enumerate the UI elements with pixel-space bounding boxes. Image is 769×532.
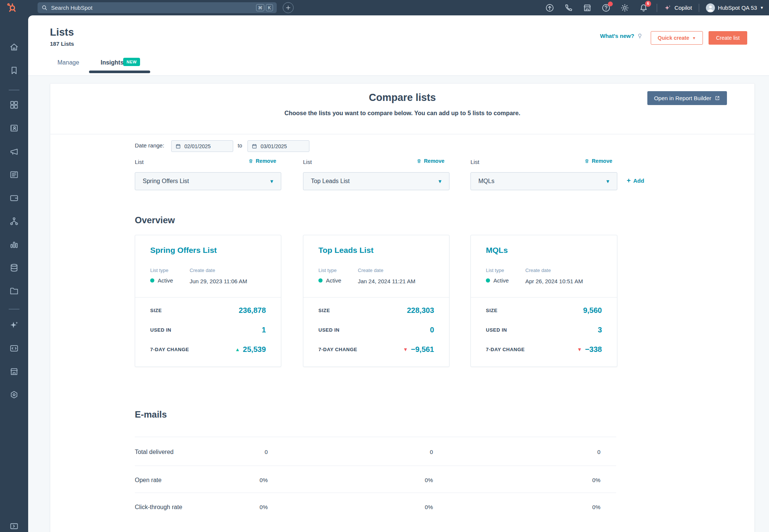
quick-create-button[interactable]: Quick create ▼ [651,31,703,45]
create-list-button[interactable]: Create list [709,31,747,45]
list-label: List [135,159,143,165]
section-divider [50,134,754,134]
help-icon[interactable] [601,3,611,13]
search-shortcut: ⌘ K [256,4,273,11]
sidebar-item-home[interactable] [9,42,19,52]
overview-card-mqls: MQLs List type Create date Active Apr 26… [470,235,617,367]
size-stat-row: SIZE 236,878 [150,306,266,315]
status-badge: Active [486,277,509,284]
list-select-1[interactable]: Spring Offers List ▼ [135,172,281,190]
external-link-icon [715,95,720,101]
marketplace-icon[interactable] [582,3,592,13]
copilot-sparkle-icon [664,4,671,12]
sidebar-item-commerce[interactable] [9,193,19,203]
copilot-button[interactable]: Copilot [664,4,692,12]
page-title: Lists [50,27,74,38]
overview-card-top-leads: Top Leads List List type Create date Act… [303,235,449,367]
remove-list-3-button[interactable]: Remove [584,158,612,164]
table-row-click-through-rate: Click-through rate 0% 0% 0% [135,503,616,512]
card-divider [471,297,617,298]
size-stat-row: SIZE 9,560 [486,306,602,315]
sidebar-item-marketplace[interactable] [9,367,19,377]
date-from-field[interactable] [171,140,233,152]
list-type-label: List type [150,268,168,273]
sidebar-item-content[interactable] [9,170,19,180]
sidebar-navigation [0,15,28,532]
sidebar-item-developer-tools[interactable] [9,343,19,353]
help-badge [608,2,613,6]
trend-down-icon: ▼ [403,347,408,352]
overview-card-spring-offers: Spring Offers List List type Create date… [135,235,281,367]
topbar-divider [657,4,657,12]
sidebar-divider [9,90,20,90]
date-to-input[interactable] [261,143,305,149]
whats-new-link[interactable]: What's new? [600,33,643,39]
card-list-name-link[interactable]: Top Leads List [318,246,374,255]
settings-icon[interactable] [620,3,630,13]
compare-subtitle: Choose the lists you want to compare bel… [50,110,754,117]
change-stat-row: 7-DAY CHANGE ▲ 25,539 [150,345,266,354]
account-menu[interactable]: HubSpot QA 53 ▼ [706,3,764,12]
tab-manage[interactable]: Manage [57,59,79,66]
active-status-dot [486,278,490,283]
top-navigation-bar: ⌘ K 6 [0,0,769,15]
chevron-down-icon: ▼ [605,179,610,184]
notifications-badge: 6 [645,1,651,7]
hubspot-logo-icon[interactable] [6,2,17,14]
topbar-divider [699,4,699,12]
notifications-icon[interactable]: 6 [639,3,648,13]
list-label: List [303,159,312,165]
table-row-open-rate: Open rate 0% 0% 0% [135,476,616,485]
sidebar-item-automations[interactable] [9,216,19,226]
copilot-label: Copilot [674,5,692,11]
calendar-icon [175,143,181,149]
date-from-input[interactable] [184,143,229,149]
global-search[interactable]: ⌘ K [38,2,277,13]
list-label: List [470,159,479,165]
sidebar-item-data-management[interactable] [9,263,19,273]
sidebar-item-marketing[interactable] [9,146,19,156]
search-icon [41,5,48,11]
sidebar-item-crm-contacts[interactable] [9,123,19,133]
sidebar-item-workspaces[interactable] [9,100,19,110]
main-content: Lists 187 Lists What's new? Quick create… [28,15,769,532]
calling-icon[interactable] [564,3,573,13]
tab-insights[interactable]: Insights [101,59,124,66]
account-name: HubSpot QA 53 [718,5,757,11]
k-key: K [266,4,273,11]
table-divider [135,437,616,437]
sidebar-item-reporting[interactable] [9,239,19,249]
used-in-stat-row: USED IN 3 [486,325,602,334]
sidebar-item-library[interactable] [9,286,19,296]
trend-up-icon: ▲ [235,347,240,352]
date-range-label: Date range: [135,142,164,149]
card-list-name-link[interactable]: Spring Offers List [150,246,217,255]
create-date-value: Apr 26, 2024 10:51 AM [525,278,583,284]
upgrade-icon[interactable] [545,3,555,13]
table-divider [135,466,616,466]
search-input[interactable] [51,5,253,11]
add-list-button[interactable]: + Add [627,177,644,184]
change-stat-row: 7-DAY CHANGE ▼ −9,561 [318,345,434,354]
sidebar-item-integrations[interactable] [9,390,19,400]
sidebar-item-bookmarks[interactable] [9,65,19,75]
create-date-label: Create date [190,268,215,273]
date-to-label: to [238,143,242,149]
create-date-value: Jun 29, 2023 11:06 AM [190,278,247,284]
remove-list-1-button[interactable]: Remove [248,158,276,164]
quick-add-button[interactable] [283,2,294,13]
open-report-builder-button[interactable]: Open in Report Builder [647,91,727,105]
card-list-name-link[interactable]: MQLs [486,246,508,255]
quick-create-label: Quick create [658,35,689,41]
card-divider [303,297,449,298]
lists-count: 187 Lists [50,41,74,47]
sidebar-expand-button[interactable] [9,521,19,531]
cmd-key: ⌘ [256,4,264,11]
sidebar-item-breeze-copilot[interactable] [9,320,19,330]
new-badge: NEW [123,58,140,66]
date-to-field[interactable] [247,140,309,152]
list-select-2[interactable]: Top Leads List ▼ [303,172,449,190]
remove-list-2-button[interactable]: Remove [416,158,444,164]
list-select-3[interactable]: MQLs ▼ [470,172,617,190]
status-badge: Active [318,277,341,284]
